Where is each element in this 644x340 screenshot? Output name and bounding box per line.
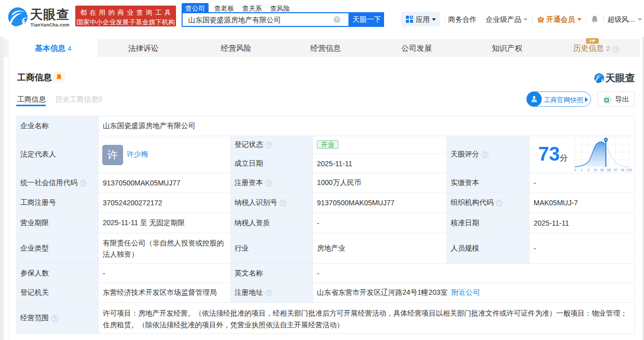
svg-text:0: 0 [574,168,576,172]
svg-text:100: 100 [627,168,632,172]
svg-text:85: 85 [607,168,611,172]
svg-text:1: 1 [581,168,583,172]
svg-text:97: 97 [614,168,618,172]
svg-text:99: 99 [621,168,625,172]
svg-text:50: 50 [600,168,604,172]
svg-text:15: 15 [593,168,597,172]
svg-text:3: 3 [588,168,590,172]
